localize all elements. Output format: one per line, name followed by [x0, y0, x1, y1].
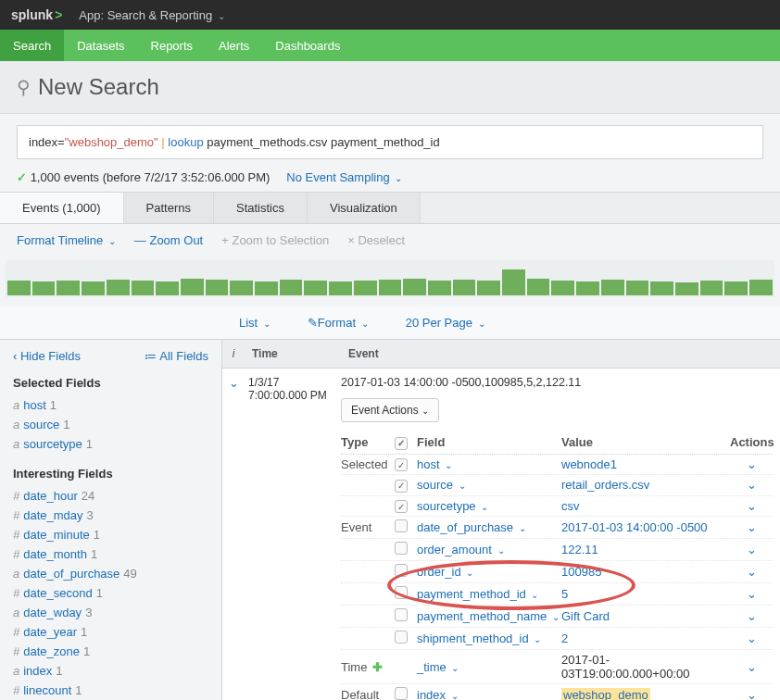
field-name-link[interactable]: date_of_purchase ⌄	[417, 520, 561, 534]
zoom-to-selection-button: + Zoom to Selection	[221, 233, 329, 247]
expand-event-toggle[interactable]: ⌄	[222, 369, 245, 700]
nav-alerts[interactable]: Alerts	[206, 30, 262, 61]
field-checkbox[interactable]	[395, 500, 408, 513]
nav-search[interactable]: Search	[0, 30, 64, 61]
field-row-sourcetype: sourcetype ⌄csv⌄	[341, 496, 773, 518]
field-link-host[interactable]: ahost1	[13, 395, 208, 415]
field-row-source: source ⌄retail_orders.csv⌄	[341, 475, 773, 496]
field-name-link[interactable]: sourcetype ⌄	[417, 499, 561, 513]
event-timestamp: 1/3/17 7:00:00.000 PM	[245, 369, 341, 700]
field-link-date_of_purchase[interactable]: adate_of_purchase49	[13, 564, 208, 583]
field-link-source[interactable]: asource1	[13, 415, 208, 434]
logo: splunk	[11, 7, 62, 22]
field-name-link[interactable]: payment_method_id ⌄	[417, 587, 561, 601]
field-name-link[interactable]: order_amount ⌄	[417, 543, 561, 556]
timeline-chart[interactable]	[6, 260, 774, 297]
field-name-link[interactable]: payment_method_name ⌄	[417, 609, 561, 623]
field-name-link[interactable]: host ⌄	[417, 457, 561, 471]
field-name-link[interactable]: source ⌄	[417, 478, 561, 492]
field-checkbox[interactable]	[395, 687, 408, 700]
nav-dashboards[interactable]: Dashboards	[262, 30, 353, 61]
check-icon: ✓	[17, 170, 27, 184]
zoom-out-button[interactable]: — Zoom Out	[134, 233, 203, 247]
th-type: Type	[341, 435, 395, 450]
field-name-link[interactable]: order_id ⌄	[417, 565, 561, 579]
field-value[interactable]: 2017-01-03 14:00:00 -0500	[561, 520, 730, 534]
search-input[interactable]: index="webshop_demo" | lookup payment_me…	[17, 125, 763, 159]
field-checkbox[interactable]	[395, 519, 408, 532]
field-row-host: Selectedhost ⌄webnode1⌄	[341, 455, 773, 476]
field-link-date_mday[interactable]: #date_mday3	[13, 506, 208, 525]
field-link-date_second[interactable]: #date_second1	[13, 583, 208, 603]
field-row-shipment_method_id: shipment_method_id ⌄2⌄	[341, 628, 773, 650]
field-checkbox[interactable]	[395, 586, 408, 599]
field-value[interactable]: 100985	[561, 565, 730, 579]
field-link-date_zone[interactable]: #date_zone1	[13, 642, 208, 661]
th-actions: Actions	[730, 435, 773, 450]
field-value[interactable]: webshop_demo	[561, 688, 730, 700]
field-value[interactable]: 2	[561, 631, 730, 645]
event-actions-dropdown[interactable]: Event Actions ⌄	[341, 398, 439, 422]
field-row-_time: Time ✚_time ⌄2017-01-03T19:00:00.000+00:…	[341, 650, 773, 684]
main-nav: Search Datasets Reports Alerts Dashboard…	[0, 30, 780, 61]
interesting-fields-header: Interesting Fields	[13, 467, 208, 481]
field-value[interactable]: 122.11	[561, 543, 730, 556]
field-action-dropdown[interactable]: ⌄	[730, 520, 773, 534]
all-fields-link[interactable]: ≔ All Fields	[145, 349, 208, 363]
field-link-date_month[interactable]: #date_month1	[13, 544, 208, 564]
field-action-dropdown[interactable]: ⌄	[730, 543, 773, 556]
field-action-dropdown[interactable]: ⌄	[730, 587, 773, 601]
field-value[interactable]: csv	[561, 499, 730, 513]
field-name-link[interactable]: shipment_method_id ⌄	[417, 631, 561, 645]
field-link-date_minute[interactable]: #date_minute1	[13, 525, 208, 544]
field-link-date_year[interactable]: #date_year1	[13, 622, 208, 642]
field-value[interactable]: 5	[561, 587, 730, 601]
field-checkbox[interactable]	[395, 608, 408, 621]
field-action-dropdown[interactable]: ⌄	[730, 565, 773, 579]
field-checkbox[interactable]	[395, 480, 408, 493]
field-checkbox[interactable]	[395, 458, 408, 471]
list-mode-dropdown[interactable]: List ⌄	[239, 316, 270, 330]
field-checkbox[interactable]	[395, 631, 408, 644]
format-timeline-dropdown[interactable]: Format Timeline ⌄	[17, 233, 116, 247]
field-action-dropdown[interactable]: ⌄	[730, 609, 773, 623]
field-row-order_id: order_id ⌄100985⌄	[341, 561, 773, 583]
field-action-dropdown[interactable]: ⌄	[730, 688, 773, 700]
tab-events[interactable]: Events (1,000)	[0, 193, 124, 223]
field-row-index: Defaultindex ⌄webshop_demo⌄	[341, 684, 773, 700]
col-time: Time	[245, 340, 341, 368]
field-name-link[interactable]: index ⌄	[417, 688, 561, 700]
field-row-payment_method_name: payment_method_name ⌄Gift Card⌄	[341, 606, 773, 628]
field-value[interactable]: 2017-01-03T19:00:00.000+00:00	[561, 653, 730, 681]
field-action-dropdown[interactable]: ⌄	[730, 660, 773, 674]
event-sampling-dropdown[interactable]: No Event Sampling ⌄	[286, 170, 402, 184]
app-switcher[interactable]: App: Search & Reporting ⌄	[79, 8, 224, 22]
field-link-linecount[interactable]: #linecount1	[13, 681, 208, 700]
field-link-date_wday[interactable]: adate_wday3	[13, 603, 208, 622]
field-name-link[interactable]: _time ⌄	[417, 660, 561, 674]
tab-statistics[interactable]: Statistics	[214, 193, 308, 223]
tab-patterns[interactable]: Patterns	[124, 193, 214, 223]
format-dropdown[interactable]: ✎Format ⌄	[308, 316, 369, 330]
field-action-dropdown[interactable]: ⌄	[730, 478, 773, 492]
search-icon: ⚲	[17, 76, 31, 98]
tab-visualization[interactable]: Visualization	[308, 193, 421, 223]
field-checkbox[interactable]	[395, 542, 408, 555]
nav-datasets[interactable]: Datasets	[64, 30, 137, 61]
hide-fields-link[interactable]: ‹ Hide Fields	[13, 349, 81, 363]
field-action-dropdown[interactable]: ⌄	[730, 457, 773, 471]
field-action-dropdown[interactable]: ⌄	[730, 499, 773, 513]
field-value[interactable]: Gift Card	[561, 609, 730, 623]
field-link-sourcetype[interactable]: asourcetype1	[13, 434, 208, 454]
field-checkbox[interactable]	[395, 564, 408, 577]
nav-reports[interactable]: Reports	[138, 30, 207, 61]
field-value[interactable]: webnode1	[561, 457, 730, 471]
field-link-date_hour[interactable]: #date_hour24	[13, 486, 208, 506]
field-row-order_amount: order_amount ⌄122.11⌄	[341, 539, 773, 561]
field-value[interactable]: retail_orders.csv	[561, 478, 730, 492]
select-all-checkbox[interactable]	[395, 437, 408, 450]
per-page-dropdown[interactable]: 20 Per Page ⌄	[406, 316, 485, 330]
field-action-dropdown[interactable]: ⌄	[730, 631, 773, 645]
fields-sidebar: ‹ Hide Fields ≔ All Fields Selected Fiel…	[0, 340, 222, 700]
field-link-index[interactable]: aindex1	[13, 661, 208, 681]
